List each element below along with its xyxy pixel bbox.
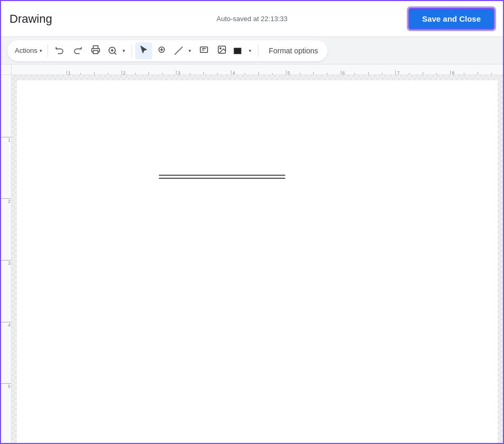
ruler-v-tick-5: 5: [1, 383, 11, 384]
ruler-v-tick-4: 4: [1, 322, 11, 322]
svg-point-13: [220, 48, 221, 49]
actions-label: Actions: [14, 47, 39, 54]
svg-line-2: [114, 52, 116, 54]
ruler-h-tick-6: 6: [341, 70, 345, 75]
svg-rect-15: [234, 52, 241, 53]
ruler-h-minor-tick: [464, 73, 465, 75]
select-tool-button[interactable]: [135, 42, 152, 59]
ruler-h-minor-tick: [436, 73, 438, 75]
toolbar-pill: Actions ▾: [7, 40, 328, 61]
select-icon: [139, 45, 148, 57]
ruler-h-tick-1: 1: [67, 70, 71, 75]
toolbar: Actions ▾: [1, 37, 503, 64]
svg-rect-0: [93, 50, 98, 53]
ruler-h-tick-3: 3: [176, 70, 180, 75]
actions-button[interactable]: Actions ▾: [12, 42, 44, 59]
ruler-h-minor-tick: [409, 73, 410, 75]
undo-icon: [55, 45, 64, 57]
ruler-v-tick-3: 3: [1, 260, 11, 261]
line-chevron-icon: ▾: [186, 42, 194, 59]
text-box-icon: [199, 45, 209, 57]
ruler-h-minor-tick: [190, 73, 191, 75]
ruler-h-minor-tick: [148, 72, 150, 75]
ruler-h-minor-tick: [423, 72, 424, 75]
ruler-h-tick-2: 2: [122, 70, 126, 75]
ruler-h-minor-tick: [272, 73, 274, 75]
ruler-h-minor-tick: [217, 73, 219, 75]
ruler-h-minor-tick: [300, 73, 301, 75]
line-icon: [171, 42, 186, 59]
drawn-lines: [17, 80, 498, 444]
zoom-button[interactable]: ▾: [105, 42, 128, 59]
color-fill-chevron-icon: ▾: [246, 42, 255, 59]
ruler-h-minor-tick: [354, 73, 356, 75]
ruler-h-minor-tick: [382, 73, 384, 75]
line-tool-button[interactable]: ▾: [171, 42, 194, 59]
save-close-button[interactable]: Save and Close: [408, 8, 494, 30]
ruler-h-minor-tick: [491, 73, 493, 75]
insert-shape-icon: [157, 45, 166, 57]
zoom-icon: [105, 42, 120, 59]
svg-rect-14: [234, 48, 241, 52]
color-fill-icon: [231, 42, 246, 59]
ruler-h-tick-5: 5: [286, 70, 290, 75]
ruler-h-minor-tick: [245, 73, 246, 75]
app-header: Drawing Auto-saved at 22:13:33 Save and …: [1, 1, 503, 37]
insert-image-button[interactable]: [213, 42, 230, 59]
paper-area[interactable]: [17, 80, 498, 444]
drawing-canvas[interactable]: [12, 75, 503, 444]
ruler-h-minor-tick: [203, 72, 205, 75]
ruler-v-tick-2: 2: [1, 198, 11, 199]
ruler-horizontal: 12345678: [12, 64, 503, 75]
format-options-button[interactable]: Format options: [264, 43, 323, 58]
ruler-h-tick-8: 8: [450, 70, 454, 75]
insert-shape-button[interactable]: [153, 42, 170, 59]
insert-image-icon: [217, 45, 227, 57]
ruler-h-minor-tick: [478, 72, 479, 75]
ruler-vertical: 12345: [1, 75, 12, 444]
svg-line-8: [174, 47, 182, 54]
autosave-status: Auto-saved at 22:13:33: [217, 15, 287, 23]
ruler-h-minor-tick: [313, 72, 315, 75]
text-box-button[interactable]: [195, 42, 212, 59]
edit-image-button[interactable]: [87, 42, 104, 59]
ruler-h-minor-tick: [94, 72, 96, 75]
actions-chevron-icon: ▾: [40, 48, 42, 53]
ruler-h-minor-tick: [368, 72, 370, 75]
divider-3: [258, 44, 258, 57]
ruler-h-minor-tick: [258, 72, 260, 75]
ruler-h-minor-tick: [135, 73, 137, 75]
ruler-h-minor-tick: [162, 73, 164, 75]
ruler-v-tick-1: 1: [1, 137, 11, 137]
ruler-corner: [1, 64, 12, 75]
redo-button[interactable]: [69, 42, 86, 59]
color-fill-button[interactable]: ▾: [231, 42, 255, 59]
app-title: Drawing: [10, 12, 52, 26]
divider-2: [132, 44, 132, 57]
zoom-chevron-icon: ▾: [120, 42, 128, 59]
canvas-container: 12345678 12345: [1, 64, 503, 444]
undo-button[interactable]: [51, 42, 68, 59]
edit-image-icon: [91, 45, 100, 57]
redo-icon: [73, 45, 82, 57]
ruler-h-minor-tick: [80, 73, 82, 75]
ruler-h-tick-7: 7: [395, 70, 399, 75]
divider-1: [48, 44, 48, 57]
ruler-h-tick-4: 4: [231, 70, 235, 75]
ruler-h-minor-tick: [108, 73, 109, 75]
ruler-h-minor-tick: [327, 73, 329, 75]
